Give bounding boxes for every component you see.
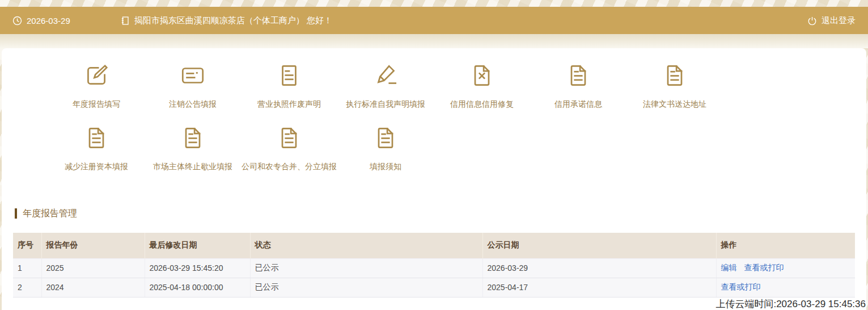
- cell-year: 2024: [41, 278, 145, 297]
- cell-seq: 2: [13, 278, 41, 297]
- doc-fold-lines-icon: [179, 124, 207, 152]
- current-date: 2026-03-29: [27, 16, 70, 26]
- cell-publish-date: 2025-04-17: [482, 278, 716, 297]
- menu-item-label: 法律文书送达地址: [643, 99, 706, 110]
- column-header: 状态: [250, 233, 482, 258]
- table-header-row: 序号报告年份最后修改日期状态公示日期操作: [13, 233, 855, 258]
- texture-strip-bottom: [0, 34, 868, 48]
- doc-lines-icon: [275, 61, 303, 90]
- function-menu: 年度报告填写 注销公告填报 营业执照作废声明 执行标准自我声明填报 信用信息信用…: [2, 48, 866, 172]
- top-bar: 2026-03-29 揭阳市揭东区曲溪四顺凉茶店（个体工商户） 您好！ 退出登录: [0, 7, 868, 34]
- edit-square-icon: [82, 61, 111, 90]
- menu-item-label: 营业执照作废声明: [257, 99, 321, 110]
- action-link[interactable]: 查看或打印: [721, 282, 761, 291]
- menu-row: 减少注册资本填报 市场主体终止歇业填报 公司和农专合并、分立填报 填报须知: [48, 124, 866, 172]
- doc-fold-lines-icon: [660, 61, 689, 90]
- cell-seq: 1: [13, 258, 41, 278]
- menu-row: 年度报告填写 注销公告填报 营业执照作废声明 执行标准自我声明填报 信用信息信用…: [48, 61, 866, 110]
- cell-actions: 查看或打印: [716, 278, 855, 297]
- upload-time-text: 上传云端时间:2026-03-29 15:45:36: [2, 298, 866, 310]
- doc-fold-lines-icon: [275, 124, 303, 152]
- company-ledger-icon: [120, 16, 130, 26]
- cell-modified: 2026-03-29 15:45:20: [145, 258, 250, 278]
- menu-item-label: 信用承诺信息: [554, 99, 602, 110]
- annual-report-table: 序号报告年份最后修改日期状态公示日期操作 120252026-03-29 15:…: [13, 233, 855, 298]
- menu-item-label: 年度报告填写: [73, 99, 120, 110]
- doc-fold-lines-icon: [564, 61, 592, 90]
- cell-modified: 2025-04-18 00:00:00: [145, 278, 250, 297]
- main-panel: 年度报告填写 注销公告填报 营业执照作废声明 执行标准自我声明填报 信用信息信用…: [2, 48, 866, 310]
- menu-item[interactable]: 信用信息信用修复: [434, 61, 530, 110]
- power-icon: [807, 16, 817, 26]
- date-group: 2026-03-29: [12, 16, 70, 26]
- section-title: 年度报告管理: [15, 208, 866, 219]
- cell-publish-date: 2026-03-29: [482, 258, 716, 278]
- cell-status: 已公示: [250, 258, 482, 278]
- doc-fold-lines-icon: [371, 124, 400, 152]
- cell-year: 2025: [41, 258, 145, 278]
- column-header: 公示日期: [482, 233, 716, 258]
- clock-icon: [12, 16, 22, 26]
- menu-item-label: 公司和农专合并、分立填报: [242, 161, 337, 172]
- table-row: 220242025-04-18 00:00:00已公示2025-04-17查看或…: [13, 278, 855, 297]
- column-header: 操作: [716, 233, 855, 258]
- table-row: 120252026-03-29 15:45:20已公示2026-03-29编辑查…: [13, 258, 855, 278]
- menu-item-label: 注销公告填报: [169, 99, 217, 110]
- column-header: 报告年份: [41, 233, 145, 258]
- menu-item-label: 执行标准自我声明填报: [346, 99, 425, 110]
- menu-item[interactable]: 注销公告填报: [145, 61, 241, 110]
- menu-item[interactable]: 年度报告填写: [48, 61, 145, 110]
- doc-fold-lines-icon: [82, 124, 111, 152]
- logout-label: 退出登录: [822, 15, 856, 26]
- menu-item-label: 减少注册资本填报: [65, 161, 128, 172]
- menu-item[interactable]: 填报须知: [337, 124, 434, 172]
- menu-item-label: 市场主体终止歇业填报: [153, 161, 232, 172]
- card-lines-icon: [179, 61, 207, 90]
- menu-item[interactable]: 营业执照作废声明: [241, 61, 337, 110]
- section-title-bar: [15, 208, 17, 219]
- action-link[interactable]: 编辑: [721, 263, 737, 272]
- menu-item[interactable]: 减少注册资本填报: [48, 124, 145, 172]
- column-header: 序号: [13, 233, 41, 258]
- cell-actions: 编辑查看或打印: [716, 258, 855, 278]
- company-greeting: 揭阳市揭东区曲溪四顺凉茶店（个体工商户） 您好！: [134, 15, 332, 26]
- logout-button[interactable]: 退出登录: [807, 15, 856, 26]
- cell-status: 已公示: [250, 278, 482, 297]
- menu-item[interactable]: 法律文书送达地址: [626, 61, 723, 110]
- menu-item[interactable]: 信用承诺信息: [530, 61, 626, 110]
- menu-item[interactable]: 市场主体终止歇业填报: [145, 124, 241, 172]
- action-link[interactable]: 查看或打印: [744, 263, 784, 272]
- menu-item[interactable]: 执行标准自我声明填报: [337, 61, 434, 110]
- pencil-underscore-icon: [371, 61, 400, 90]
- column-header: 最后修改日期: [145, 233, 250, 258]
- menu-item[interactable]: 公司和农专合并、分立填报: [241, 124, 337, 172]
- page-background: 2026-03-29 揭阳市揭东区曲溪四顺凉茶店（个体工商户） 您好！ 退出登录: [0, 0, 868, 310]
- menu-item-label: 信用信息信用修复: [450, 99, 514, 110]
- menu-item-label: 填报须知: [370, 161, 401, 172]
- company-group: 揭阳市揭东区曲溪四顺凉茶店（个体工商户） 您好！: [120, 15, 332, 26]
- texture-strip-top: [0, 0, 868, 7]
- section-title-text: 年度报告管理: [23, 208, 77, 220]
- doc-x-icon: [468, 61, 496, 90]
